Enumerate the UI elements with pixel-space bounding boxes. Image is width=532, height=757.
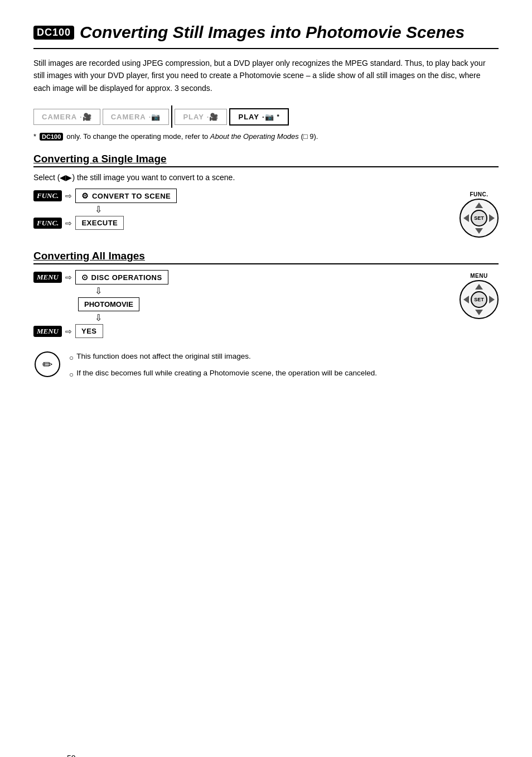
step1-label: CONVERT TO SCENE [92, 192, 171, 200]
section1-heading: Converting a Single Image [33, 153, 499, 167]
note-bullet-2: ○ If the disc becomes full while creatin… [69, 367, 377, 382]
convert-icon: ⚙ [81, 191, 89, 200]
video-icon: ·🎥 [80, 113, 92, 121]
joystick-section2: MENU SET [460, 273, 499, 319]
step1-row: FUNC. ⇨ ⚙ CONVERT TO SCENE [33, 189, 443, 203]
play-video-label: PLAY [183, 113, 204, 121]
title-divider [33, 48, 499, 49]
disc-icon: ⊙ [81, 273, 89, 282]
photomovie-label: PHOTOMOVIE [84, 300, 133, 308]
arrow-1: ⇨ [65, 191, 72, 200]
joystick2-left [463, 296, 469, 303]
camera-photo-label: CAMERA [111, 113, 146, 121]
footnote: * DC100 only. To change the operating mo… [33, 132, 499, 141]
joystick1-left [463, 214, 469, 222]
mode-camera-video: CAMERA ·🎥 [33, 109, 100, 125]
note-icon: ✏ [33, 350, 61, 378]
func-badge-2: FUNC. [33, 218, 62, 229]
camera-video-label: CAMERA [42, 113, 77, 121]
photo-icon: ·📷 [149, 113, 161, 121]
notes-area: ✏ ○ This function does not affect the or… [33, 350, 499, 382]
page-title-area: DC100 Converting Still Images into Photo… [33, 22, 499, 42]
footnote-badge: DC100 [40, 133, 63, 141]
page-title: Converting Still Images into Photomovie … [80, 22, 465, 42]
joystick2-right [489, 296, 495, 303]
footnote-text: only. To change the operating mode, refe… [66, 132, 318, 141]
mode-separator [171, 105, 172, 128]
joystick1-circle: SET [460, 199, 499, 238]
joystick2-bottom [475, 310, 483, 315]
step2-row: FUNC. ⇨ EXECUTE [33, 216, 443, 230]
down-arrow-1: ⇩ [33, 204, 443, 215]
note-text-2: If the disc becomes full while creating … [76, 367, 377, 380]
step2-box: EXECUTE [75, 216, 124, 230]
joystick2-set: SET [471, 291, 487, 308]
mode-row: CAMERA ·🎥 CAMERA ·📷 PLAY ·🎥 PLAY ·📷 * [33, 105, 499, 128]
section2-steps-area: MENU ⇨ ⊙ DISC OPERATIONS ⇩ PHOTOMOVIE ⇩ [33, 270, 499, 339]
down-arrow-2: ⇩ [33, 286, 443, 296]
footnote-star: * [33, 132, 36, 141]
intro-text: Still images are recorded using JPEG com… [33, 57, 499, 94]
mode-camera-photo: CAMERA ·📷 [103, 109, 170, 125]
note-circle-2: ○ [69, 369, 74, 382]
svg-text:✏: ✏ [42, 358, 53, 372]
section1-steps: FUNC. ⇨ ⚙ CONVERT TO SCENE ⇩ FUNC. ⇨ EXE… [33, 189, 443, 231]
step4-row: MENU ⇨ YES [33, 324, 443, 338]
note-text-1: This function does not affect the origin… [76, 350, 251, 363]
photomovie-row: PHOTOMOVIE [56, 297, 443, 311]
note-circle-1: ○ [69, 352, 74, 365]
step2-label: EXECUTE [81, 219, 118, 227]
step4-box: YES [75, 324, 103, 338]
dc100-badge: DC100 [33, 26, 74, 40]
down-arrow-icon-2: ⇩ [95, 286, 102, 296]
step3-box: ⊙ DISC OPERATIONS [75, 270, 168, 285]
down-arrow-icon-3: ⇩ [95, 312, 102, 323]
joystick2-label: MENU [470, 273, 487, 279]
section2-heading: Converting All Images [33, 250, 499, 264]
play-video-icon: ·🎥 [207, 113, 219, 121]
section2-steps: MENU ⇨ ⊙ DISC OPERATIONS ⇩ PHOTOMOVIE ⇩ [33, 270, 443, 339]
arrow-4: ⇨ [65, 327, 72, 336]
star-mark: * [277, 113, 280, 120]
down-arrow-3: ⇩ [33, 312, 443, 323]
mode-play-video: PLAY ·🎥 [175, 109, 227, 125]
menu-badge-1: MENU [33, 272, 62, 283]
arrow-2: ⇨ [65, 219, 72, 228]
joystick1-set: SET [471, 210, 487, 226]
joystick2-circle: SET [460, 280, 499, 319]
joystick1-right [489, 214, 495, 222]
joystick1-bottom [475, 228, 483, 234]
section1-intro: Select (◀▶) the still image you want to … [33, 173, 499, 182]
step3-row: MENU ⇨ ⊙ DISC OPERATIONS [33, 270, 443, 285]
note-lines: ○ This function does not affect the orig… [69, 350, 377, 382]
page-number: 58 [67, 754, 76, 757]
note-bullet-1: ○ This function does not affect the orig… [69, 350, 377, 365]
joystick-section1: FUNC. SET [460, 191, 499, 238]
menu-badge-2: MENU [33, 326, 62, 337]
step4-label: YES [81, 327, 97, 335]
play-photo-icon: ·📷 [262, 113, 274, 121]
play-photo-label: PLAY [238, 113, 259, 121]
section1-steps-area: FUNC. ⇨ ⚙ CONVERT TO SCENE ⇩ FUNC. ⇨ EXE… [33, 189, 499, 238]
note-svg: ✏ [33, 350, 61, 378]
step3-label: DISC OPERATIONS [91, 273, 162, 282]
step1-box: ⚙ CONVERT TO SCENE [75, 189, 177, 203]
photomovie-box: PHOTOMOVIE [78, 297, 139, 311]
down-arrow-icon-1: ⇩ [95, 204, 102, 215]
func-badge-1: FUNC. [33, 190, 62, 201]
joystick1-label: FUNC. [470, 191, 488, 197]
joystick2-top [475, 284, 483, 290]
joystick1-top [475, 202, 483, 208]
arrow-3: ⇨ [65, 273, 72, 282]
mode-play-photo: PLAY ·📷 * [229, 108, 288, 126]
